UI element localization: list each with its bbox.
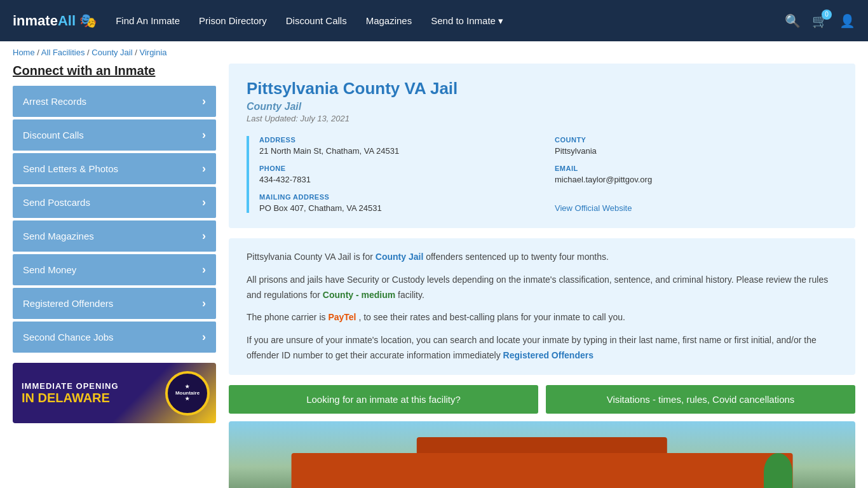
- detail-phone: PHONE 434-432-7831: [259, 165, 542, 184]
- facility-description: Pittsylvania County VA Jail is for Count…: [229, 238, 855, 375]
- sidebar-item-label: Registered Offenders: [23, 298, 113, 309]
- breadcrumb-all-facilities[interactable]: All Facilities: [41, 48, 85, 57]
- sidebar-item-discount-calls[interactable]: Discount Calls ›: [13, 119, 216, 151]
- desc3-text: The phone carrier is: [247, 312, 328, 322]
- sidebar-item-label: Arrest Records: [23, 96, 86, 107]
- ad-brand-text: ★Mountaire★: [175, 384, 200, 402]
- sidebar: Connect with an Inmate Arrest Records › …: [13, 64, 216, 488]
- breadcrumb: Home / All Facilities / County Jail / Vi…: [0, 41, 868, 64]
- email-value: michael.taylor@pittgov.org: [555, 175, 652, 184]
- detail-address: ADDRESS 21 North Main St, Chatham, VA 24…: [259, 136, 542, 156]
- sidebar-item-registered-offenders[interactable]: Registered Offenders ›: [13, 288, 216, 319]
- header-icons: 🔍 🛒 0 👤: [785, 13, 855, 29]
- county-label: COUNTY: [555, 136, 837, 144]
- mailing-value: PO Box 407, Chatham, VA 24531: [259, 203, 382, 213]
- sidebar-item-send-postcards[interactable]: Send Postcards ›: [13, 187, 216, 218]
- site-logo[interactable]: inmateAll 🎭: [13, 13, 97, 29]
- facility-name: Pittsylvania County VA Jail: [247, 79, 837, 98]
- desc2-end: facility.: [398, 290, 424, 300]
- detail-website: View Official Website: [555, 193, 837, 213]
- visitations-button[interactable]: Visitations - times, rules, Covid cancel…: [546, 385, 855, 414]
- building-decoration: [292, 453, 793, 488]
- sidebar-title: Connect with an Inmate: [13, 64, 216, 78]
- facility-updated: Last Updated: July 13, 2021: [247, 114, 837, 123]
- chevron-right-icon: ›: [202, 330, 206, 344]
- detail-mailing: MAILING ADDRESS PO Box 407, Chatham, VA …: [259, 193, 542, 213]
- county-jail-link[interactable]: County Jail: [376, 252, 423, 262]
- user-icon[interactable]: 👤: [839, 13, 855, 29]
- detail-county: COUNTY Pittsylvania: [555, 136, 837, 156]
- looking-for-inmate-button[interactable]: Looking for an inmate at this facility?: [229, 385, 538, 414]
- cart-icon[interactable]: 🛒 0: [812, 13, 828, 29]
- nav-magazines[interactable]: Magazines: [366, 15, 412, 26]
- sidebar-item-send-letters[interactable]: Send Letters & Photos ›: [13, 153, 216, 184]
- sidebar-item-send-magazines[interactable]: Send Magazines ›: [13, 220, 216, 252]
- sidebar-menu: Arrest Records › Discount Calls › Send L…: [13, 86, 216, 353]
- chevron-right-icon: ›: [202, 263, 206, 276]
- sidebar-item-label: Send Magazines: [23, 231, 94, 241]
- website-link[interactable]: View Official Website: [555, 203, 632, 213]
- sidebar-ad[interactable]: IMMEDIATE OPENING IN DELAWARE ★Mountaire…: [13, 363, 216, 423]
- breadcrumb-state[interactable]: Virginia: [139, 48, 166, 57]
- chevron-right-icon: ›: [202, 128, 206, 142]
- nav-send-to-inmate[interactable]: Send to Inmate ▾: [431, 15, 503, 27]
- desc-p1: Pittsylvania County VA Jail is for Count…: [247, 250, 837, 265]
- phone-label: PHONE: [259, 165, 542, 172]
- nav-find-inmate[interactable]: Find An Inmate: [116, 15, 180, 26]
- chevron-right-icon: ›: [202, 95, 206, 108]
- breadcrumb-county-jail[interactable]: County Jail: [92, 48, 132, 57]
- desc-p3: The phone carrier is PayTel , to see the…: [247, 310, 837, 325]
- sidebar-item-label: Send Postcards: [23, 197, 90, 208]
- website-spacer: [555, 193, 837, 201]
- ad-brand-logo: ★Mountaire★: [165, 371, 210, 416]
- desc1-text: Pittsylvania County VA Jail is for: [247, 252, 376, 262]
- search-icon[interactable]: 🔍: [785, 13, 801, 29]
- desc-p2: All prisons and jails have Security or C…: [247, 273, 837, 303]
- desc-p4: If you are unsure of your inmate's locat…: [247, 333, 837, 363]
- nav-prison-directory[interactable]: Prison Directory: [199, 15, 267, 26]
- paytel-link[interactable]: PayTel: [328, 312, 356, 322]
- main-container: Connect with an Inmate Arrest Records › …: [0, 64, 868, 488]
- sidebar-item-send-money[interactable]: Send Money ›: [13, 254, 216, 285]
- main-nav: Find An Inmate Prison Directory Discount…: [116, 15, 785, 27]
- chevron-right-icon: ›: [202, 297, 206, 310]
- phone-value: 434-432-7831: [259, 175, 311, 184]
- sidebar-item-label: Send Letters & Photos: [23, 163, 118, 174]
- county-medium-link[interactable]: County - medium: [323, 290, 395, 300]
- desc1-end: offenders sentenced up to twenty four mo…: [426, 252, 609, 262]
- sidebar-item-label: Discount Calls: [23, 130, 84, 140]
- breadcrumb-home[interactable]: Home: [13, 48, 35, 57]
- sidebar-item-label: Send Money: [23, 264, 76, 275]
- registered-offenders-link[interactable]: Registered Offenders: [503, 350, 593, 360]
- facility-image: [229, 421, 855, 488]
- facility-details: ADDRESS 21 North Main St, Chatham, VA 24…: [247, 136, 837, 213]
- site-header: inmateAll 🎭 Find An Inmate Prison Direct…: [0, 0, 868, 41]
- sidebar-item-second-chance-jobs[interactable]: Second Chance Jobs ›: [13, 322, 216, 353]
- sidebar-item-label: Second Chance Jobs: [23, 332, 114, 342]
- address-value: 21 North Main St, Chatham, VA 24531: [259, 146, 399, 156]
- ad-logo-area: ★Mountaire★: [165, 371, 210, 416]
- logo-text: inmateAll 🎭: [13, 13, 97, 29]
- email-label: EMAIL: [555, 165, 837, 172]
- chevron-right-icon: ›: [202, 162, 206, 175]
- county-value: Pittsylvania: [555, 146, 597, 156]
- mailing-label: MAILING ADDRESS: [259, 193, 542, 201]
- chevron-right-icon: ›: [202, 196, 206, 209]
- action-buttons: Looking for an inmate at this facility? …: [229, 385, 855, 414]
- desc3-end: , to see their rates and best-calling pl…: [358, 312, 625, 322]
- address-label: ADDRESS: [259, 136, 542, 144]
- facility-type: County Jail: [247, 101, 837, 112]
- nav-discount-calls[interactable]: Discount Calls: [286, 15, 347, 26]
- main-content: Pittsylvania County VA Jail County Jail …: [229, 64, 855, 488]
- cart-badge: 0: [822, 10, 832, 20]
- chevron-right-icon: ›: [202, 229, 206, 243]
- sidebar-item-arrest-records[interactable]: Arrest Records ›: [13, 86, 216, 117]
- detail-email: EMAIL michael.taylor@pittgov.org: [555, 165, 837, 184]
- facility-card: Pittsylvania County VA Jail County Jail …: [229, 64, 855, 228]
